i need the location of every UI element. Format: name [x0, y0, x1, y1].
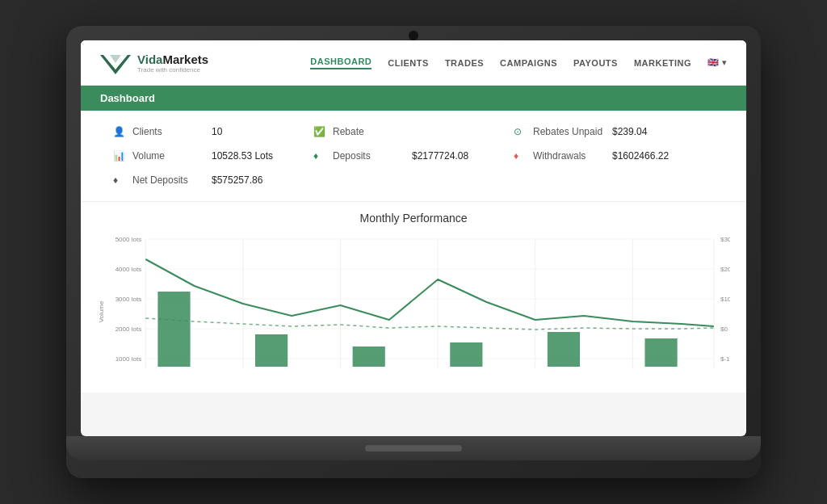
nav-campaigns[interactable]: CAMPAIGNS [500, 58, 557, 68]
app-wrapper: VidaMarkets Trade with confidence Dashbo… [81, 40, 746, 436]
stat-rebate: ✅ Rebate [313, 124, 514, 140]
volume-label: Volume [132, 150, 205, 162]
laptop-screen: VidaMarkets Trade with confidence Dashbo… [81, 40, 746, 436]
stat-deposits: ♦ Deposits $2177724.08 [313, 148, 514, 164]
stat-clients: 👤 Clients 10 [113, 124, 313, 140]
svg-text:3000 lots: 3000 lots [115, 296, 142, 303]
nav-clients[interactable]: CLIENTS [388, 58, 429, 68]
stats-grid: 👤 Clients 10 ✅ Rebate ⊙ Rebates Unpaid $… [113, 124, 714, 188]
volume-icon: 📊 [113, 150, 126, 162]
content-area: Dashboard 👤 Clients 10 ✅ Rebate [81, 86, 746, 436]
chart-svg: 5000 lots 4000 lots 3000 lots 2000 lots … [97, 231, 730, 393]
nav-marketing[interactable]: MARKETING [634, 58, 691, 68]
volume-value: 10528.53 Lots [212, 150, 273, 162]
svg-rect-26 [255, 334, 288, 367]
logo-icon [100, 52, 131, 74]
svg-text:1000 lots: 1000 lots [115, 355, 142, 363]
laptop-base [66, 436, 761, 460]
nav-trades[interactable]: TRADES [445, 58, 484, 68]
language-selector[interactable]: 🇬🇧 ▾ [707, 57, 727, 68]
laptop-hinge [365, 445, 462, 452]
svg-rect-29 [548, 332, 580, 367]
svg-text:5000 lots: 5000 lots [115, 236, 142, 243]
rebate-icon: ✅ [313, 126, 326, 137]
svg-rect-25 [157, 292, 190, 367]
deposits-value: $2177724.08 [412, 150, 468, 162]
svg-text:Volume: Volume [98, 300, 105, 322]
dashboard-header: Dashboard [81, 86, 746, 111]
deposits-icon: ♦ [313, 150, 326, 162]
stats-section: 👤 Clients 10 ✅ Rebate ⊙ Rebates Unpaid $… [81, 111, 746, 202]
chart-container: 5000 lots 4000 lots 3000 lots 2000 lots … [97, 231, 730, 393]
net-deposits-label: Net Deposits [132, 174, 205, 186]
svg-rect-27 [353, 346, 385, 367]
nav-links: Dashboard CLIENTS TRADES CAMPAIGNS PAYOU… [310, 57, 727, 69]
chart-title: Monthly Performance [97, 212, 730, 225]
stat-net-deposits: ♦ Net Deposits $575257.86 [113, 172, 313, 188]
clients-value: 10 [212, 126, 222, 137]
svg-text:$100000: $100000 [720, 296, 730, 303]
net-deposits-icon: ♦ [113, 174, 126, 186]
rebates-unpaid-label: Rebates Unpaid [533, 126, 606, 137]
withdrawals-icon: ♦ [514, 150, 527, 162]
stat-volume: 📊 Volume 10528.53 Lots [113, 148, 313, 164]
withdrawals-label: Withdrawals [533, 150, 606, 162]
rebates-unpaid-icon: ⊙ [514, 126, 527, 137]
nav-dashboard[interactable]: Dashboard [310, 57, 372, 69]
svg-text:$0: $0 [720, 326, 728, 333]
svg-text:$200000: $200000 [720, 266, 730, 273]
svg-rect-28 [450, 342, 482, 367]
svg-text:$-100000: $-100000 [720, 355, 730, 363]
clients-icon: 👤 [113, 126, 126, 137]
svg-text:4000 lots: 4000 lots [115, 266, 142, 273]
stat-rebates-unpaid: ⊙ Rebates Unpaid $239.04 [514, 124, 714, 140]
deposits-label: Deposits [333, 150, 405, 162]
camera-notch [409, 31, 418, 40]
chart-section: Monthly Performance [81, 202, 746, 393]
dropdown-arrow-icon: ▾ [722, 57, 727, 68]
logo-area: VidaMarkets Trade with confidence [100, 52, 208, 74]
net-deposits-value: $575257.86 [212, 174, 262, 186]
laptop-frame: VidaMarkets Trade with confidence Dashbo… [66, 26, 761, 478]
rebate-label: Rebate [333, 126, 405, 137]
svg-text:2000 lots: 2000 lots [115, 326, 142, 333]
svg-text:$300000: $300000 [720, 236, 730, 243]
clients-label: Clients [132, 126, 205, 137]
top-navigation: VidaMarkets Trade with confidence Dashbo… [81, 40, 746, 86]
stat-withdrawals: ♦ Withdrawals $1602466.22 [514, 148, 714, 164]
withdrawals-value: $1602466.22 [612, 150, 669, 162]
logo-text-area: VidaMarkets Trade with confidence [137, 52, 208, 74]
rebates-unpaid-value: $239.04 [612, 126, 647, 137]
nav-payouts[interactable]: PAYOUTS [573, 58, 618, 68]
dashboard-header-label: Dashboard [100, 92, 155, 104]
svg-rect-30 [644, 338, 677, 367]
flag-icon: 🇬🇧 [707, 57, 719, 68]
